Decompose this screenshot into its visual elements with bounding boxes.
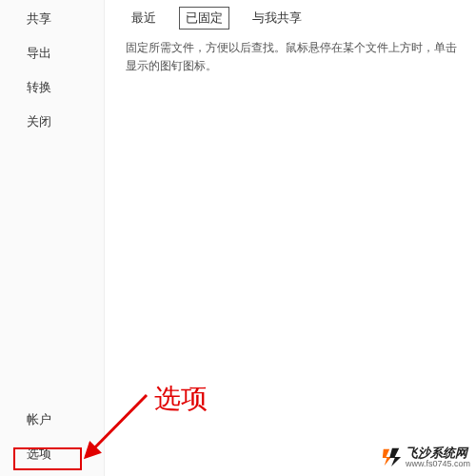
sidebar-top-group: 共享 导出 转换 关闭 xyxy=(0,2,104,139)
sidebar-item-options[interactable]: 选项 xyxy=(0,437,104,471)
main-panel: 最近 已固定 与我共享 固定所需文件，方便以后查找。鼠标悬停在某个文件上方时，单… xyxy=(105,0,476,476)
sidebar-item-close[interactable]: 关闭 xyxy=(0,105,104,139)
sidebar-item-label: 选项 xyxy=(27,446,51,461)
sidebar-bottom-group: 帐户 选项 xyxy=(0,403,104,476)
sidebar-item-label: 共享 xyxy=(27,11,51,26)
sidebar-item-label: 导出 xyxy=(27,46,51,60)
sidebar-item-label: 转换 xyxy=(27,80,51,94)
sidebar-item-convert[interactable]: 转换 xyxy=(0,70,104,105)
sidebar: 共享 导出 转换 关闭 帐户 选项 xyxy=(0,0,105,476)
sidebar-item-label: 关闭 xyxy=(27,114,51,129)
tab-label: 已固定 xyxy=(186,10,223,25)
watermark: 飞沙系统网 www.fs0745.com xyxy=(381,446,470,468)
tab-pinned[interactable]: 已固定 xyxy=(179,7,229,30)
watermark-title: 飞沙系统网 xyxy=(406,446,470,460)
watermark-logo-icon xyxy=(381,446,402,467)
tab-label: 与我共享 xyxy=(252,10,302,25)
watermark-text: 飞沙系统网 www.fs0745.com xyxy=(406,446,470,468)
tab-shared-with-me[interactable]: 与我共享 xyxy=(247,7,307,30)
tab-recent[interactable]: 最近 xyxy=(126,7,162,30)
tabs-row: 最近 已固定 与我共享 xyxy=(126,5,457,30)
sidebar-item-account[interactable]: 帐户 xyxy=(0,403,104,437)
sidebar-item-label: 帐户 xyxy=(27,412,51,426)
sidebar-item-export[interactable]: 导出 xyxy=(0,36,104,70)
sidebar-item-share[interactable]: 共享 xyxy=(0,2,104,36)
watermark-url: www.fs0745.com xyxy=(406,460,470,468)
pinned-hint-text: 固定所需文件，方便以后查找。鼠标悬停在某个文件上方时，单击显示的图钉图标。 xyxy=(126,39,457,75)
tab-label: 最近 xyxy=(131,10,156,25)
